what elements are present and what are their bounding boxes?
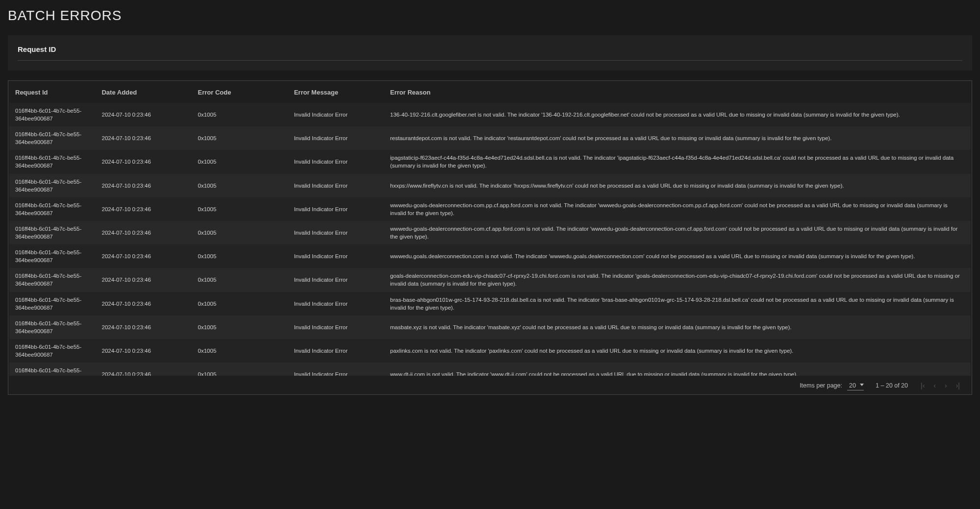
table-row[interactable]: 016ff4bb-6c01-4b7c-be55-364bee9006872024… [9,174,971,197]
cell-error-reason: paxlinks.com is not valid. The indicator… [384,339,971,363]
chevron-down-icon [860,384,864,386]
cell-date-added: 2024-07-10 0:23:46 [96,363,192,376]
cell-request-id: 016ff4bb-6c01-4b7c-be55-364bee900687 [9,150,96,173]
cell-error-reason: ipagstaticip-f623aecf-c44a-f35d-4c8a-4e4… [384,150,971,173]
next-page-button[interactable]: › [944,381,948,390]
cell-date-added: 2024-07-10 0:23:46 [96,150,192,173]
table-row[interactable]: 016ff4bb-6c01-4b7c-be55-364bee9006872024… [9,103,971,126]
cell-request-id: 016ff4bb-6c01-4b7c-be55-364bee900687 [9,197,96,221]
paginator: Items per page: 20 1 – 20 of 20 |‹ ‹ › ›… [9,376,971,393]
col-header-error-code[interactable]: Error Code [192,82,288,103]
cell-error-code: 0x1005 [192,315,288,339]
batch-errors-table: Request Id Date Added Error Code Error M… [9,82,971,376]
cell-error-message: Invalid Indicator Error [288,126,384,150]
cell-error-message: Invalid Indicator Error [288,221,384,244]
table-row[interactable]: 016ff4bb-6c01-4b7c-be55-364bee9006872024… [9,126,971,150]
cell-error-code: 0x1005 [192,292,288,315]
cell-error-reason: wwwedu-goals-dealerconnection-com.pp.cf.… [384,197,971,221]
cell-error-message: Invalid Indicator Error [288,363,384,376]
cell-error-message: Invalid Indicator Error [288,174,384,197]
cell-request-id: 016ff4bb-6c01-4b7c-be55-364bee900687 [9,292,96,315]
cell-request-id: 016ff4bb-6c01-4b7c-be55-364bee900687 [9,126,96,150]
cell-error-reason: wwwedu.goals.dealerconnection.com is not… [384,244,971,268]
table-scroll-region[interactable]: Request Id Date Added Error Code Error M… [9,82,971,376]
cell-error-message: Invalid Indicator Error [288,103,384,126]
cell-error-code: 0x1005 [192,268,288,291]
cell-error-message: Invalid Indicator Error [288,315,384,339]
cell-error-code: 0x1005 [192,150,288,173]
last-page-button[interactable]: ›| [955,381,961,390]
cell-date-added: 2024-07-10 0:23:46 [96,197,192,221]
range-label: 1 – 20 of 20 [876,382,908,389]
cell-error-code: 0x1005 [192,339,288,363]
col-header-date-added[interactable]: Date Added [96,82,192,103]
cell-error-message: Invalid Indicator Error [288,244,384,268]
cell-request-id: 016ff4bb-6c01-4b7c-be55-364bee900687 [9,363,96,376]
cell-error-code: 0x1005 [192,103,288,126]
table-row[interactable]: 016ff4bb-6c01-4b7c-be55-364bee9006872024… [9,244,971,268]
cell-date-added: 2024-07-10 0:23:46 [96,339,192,363]
page-size-value: 20 [849,382,856,389]
cell-error-code: 0x1005 [192,197,288,221]
cell-date-added: 2024-07-10 0:23:46 [96,103,192,126]
cell-error-reason: wwwedu-goals-dealerconnection-com.cf.app… [384,221,971,244]
cell-error-reason: goals-dealerconnection-com-edu-vip-chiad… [384,268,971,291]
cell-date-added: 2024-07-10 0:23:46 [96,315,192,339]
divider [18,60,962,61]
cell-request-id: 016ff4bb-6c01-4b7c-be55-364bee900687 [9,221,96,244]
table-row[interactable]: 016ff4bb-6c01-4b7c-be55-364bee9006872024… [9,315,971,339]
cell-date-added: 2024-07-10 0:23:46 [96,126,192,150]
table-row[interactable]: 016ff4bb-6c01-4b7c-be55-364bee9006872024… [9,197,971,221]
cell-error-message: Invalid Indicator Error [288,339,384,363]
cell-error-message: Invalid Indicator Error [288,150,384,173]
table-row[interactable]: 016ff4bb-6c01-4b7c-be55-364bee9006872024… [9,150,971,173]
cell-error-message: Invalid Indicator Error [288,268,384,291]
cell-date-added: 2024-07-10 0:23:46 [96,174,192,197]
table-header-row: Request Id Date Added Error Code Error M… [9,82,971,103]
cell-error-reason: restaurantdepot.com is not valid. The in… [384,126,971,150]
cell-error-code: 0x1005 [192,363,288,376]
cell-error-reason: 136-40-192-216.clt.googlefiber.net is no… [384,103,971,126]
table-row[interactable]: 016ff4bb-6c01-4b7c-be55-364bee9006872024… [9,221,971,244]
cell-error-reason: hxxps://www.fireflytv.cn is not valid. T… [384,174,971,197]
col-header-error-message[interactable]: Error Message [288,82,384,103]
page-size-select[interactable]: 20 [847,381,864,390]
table-row[interactable]: 016ff4bb-6c01-4b7c-be55-364bee9006872024… [9,268,971,291]
cell-error-reason: www.dt-jj.com is not valid. The indicato… [384,363,971,376]
cell-date-added: 2024-07-10 0:23:46 [96,268,192,291]
request-id-card: Request ID [8,35,972,71]
cell-request-id: 016ff4bb-6c01-4b7c-be55-364bee900687 [9,103,96,126]
col-header-error-reason[interactable]: Error Reason [384,82,971,103]
cell-request-id: 016ff4bb-6c01-4b7c-be55-364bee900687 [9,339,96,363]
cell-request-id: 016ff4bb-6c01-4b7c-be55-364bee900687 [9,268,96,291]
cell-error-message: Invalid Indicator Error [288,292,384,315]
cell-date-added: 2024-07-10 0:23:46 [96,292,192,315]
cell-error-code: 0x1005 [192,174,288,197]
cell-error-reason: bras-base-ahbgon0101w-grc-15-174-93-28-2… [384,292,971,315]
prev-page-button[interactable]: ‹ [932,381,937,390]
first-page-button[interactable]: |‹ [920,381,926,390]
cell-error-code: 0x1005 [192,221,288,244]
cell-date-added: 2024-07-10 0:23:46 [96,244,192,268]
batch-errors-table-card: Request Id Date Added Error Code Error M… [8,80,972,395]
cell-error-code: 0x1005 [192,126,288,150]
cell-error-code: 0x1005 [192,244,288,268]
table-row[interactable]: 016ff4bb-6c01-4b7c-be55-364bee9006872024… [9,292,971,315]
request-id-card-title: Request ID [18,45,962,53]
col-header-request-id[interactable]: Request Id [9,82,96,103]
items-per-page-label: Items per page: [800,382,842,389]
page-title: BATCH ERRORS [8,8,972,24]
cell-error-reason: masbate.xyz is not valid. The indicator … [384,315,971,339]
cell-date-added: 2024-07-10 0:23:46 [96,221,192,244]
cell-error-message: Invalid Indicator Error [288,197,384,221]
table-row[interactable]: 016ff4bb-6c01-4b7c-be55-364bee9006872024… [9,339,971,363]
cell-request-id: 016ff4bb-6c01-4b7c-be55-364bee900687 [9,174,96,197]
cell-request-id: 016ff4bb-6c01-4b7c-be55-364bee900687 [9,244,96,268]
table-row[interactable]: 016ff4bb-6c01-4b7c-be55-364bee9006872024… [9,363,971,376]
cell-request-id: 016ff4bb-6c01-4b7c-be55-364bee900687 [9,315,96,339]
